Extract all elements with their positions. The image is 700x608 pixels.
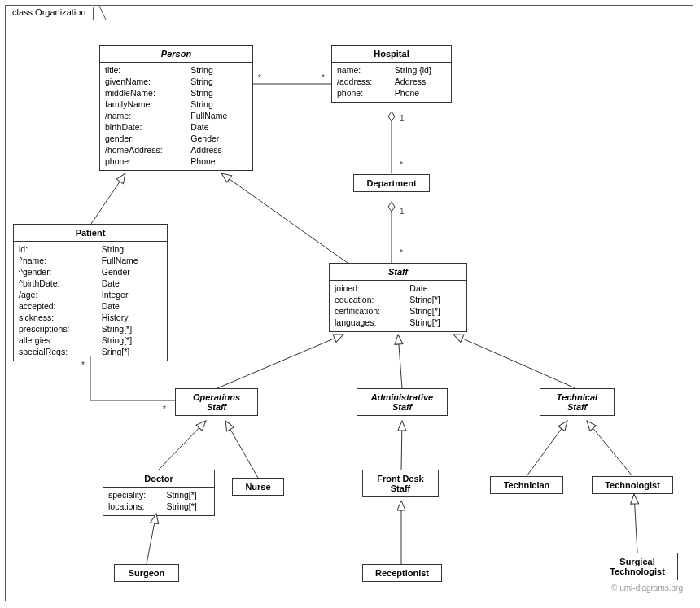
class-surgical-technologist: SurgicalTechnologist (597, 553, 678, 580)
frame-title-tab: class Organization (5, 5, 94, 20)
class-technologist: Technologist (592, 476, 673, 494)
class-staff-body: joined:Date education:String[*] certific… (330, 281, 466, 331)
class-nurse: Nurse (232, 478, 284, 496)
svg-line-11 (527, 421, 567, 476)
class-hospital-body: name:String {id} /address:Address phone:… (332, 63, 451, 102)
class-person-name: Person (161, 49, 191, 59)
class-technician: Technician (490, 476, 563, 494)
mult-patient-ops-top: * (81, 361, 85, 370)
svg-line-15 (634, 494, 637, 553)
svg-line-9 (225, 421, 258, 478)
class-patient-name: Patient (76, 228, 106, 238)
class-hospital: Hospital name:String {id} /address:Addre… (331, 45, 452, 103)
mult-person-hospital-left: * (258, 73, 261, 82)
class-surgeon: Surgeon (114, 564, 179, 582)
class-receptionist: Receptionist (362, 564, 442, 582)
mult-hospital-dept-one: 1 (400, 114, 405, 123)
copyright-text: © uml-diagrams.org (611, 584, 683, 593)
svg-line-3 (91, 173, 125, 224)
class-doctor-body: speciality:String[*] locations:String[*] (103, 488, 214, 515)
class-department-name: Department (366, 178, 416, 188)
class-staff: Staff joined:Date education:String[*] ce… (329, 263, 467, 332)
class-hospital-name: Hospital (374, 49, 409, 59)
svg-line-13 (147, 514, 156, 564)
class-administrative-staff: AdministrativeStaff (357, 388, 448, 416)
svg-line-7 (453, 335, 575, 388)
frame-title: class Organization (12, 7, 86, 17)
class-technical-staff: TechnicalStaff (540, 388, 615, 416)
svg-line-6 (398, 335, 402, 388)
class-patient-body: id:String ^name:FullName ^gender:Gender … (14, 242, 167, 361)
class-front-desk-staff: Front DeskStaff (362, 470, 439, 497)
class-doctor: Doctor speciality:String[*] locations:St… (103, 470, 215, 516)
class-operations-staff: OperationsStaff (175, 388, 258, 416)
svg-line-12 (587, 421, 632, 476)
class-staff-name: Staff (388, 267, 408, 277)
svg-line-4 (221, 173, 348, 263)
mult-dept-staff-star: * (400, 248, 403, 257)
svg-line-5 (217, 335, 343, 388)
mult-patient-ops-bottom: * (163, 405, 166, 413)
package-frame: class Organization Person title:String g… (5, 5, 693, 601)
mult-hospital-dept-star: * (400, 160, 403, 169)
class-person-body: title:String givenName:String middleName… (100, 63, 252, 170)
mult-person-hospital-right: * (322, 73, 325, 82)
class-patient: Patient id:String ^name:FullName ^gender… (13, 224, 168, 361)
class-person: Person title:String givenName:String mid… (99, 45, 253, 171)
svg-line-8 (159, 421, 206, 470)
class-department: Department (353, 174, 430, 192)
mult-dept-staff-one: 1 (400, 207, 405, 216)
svg-line-10 (401, 421, 402, 470)
